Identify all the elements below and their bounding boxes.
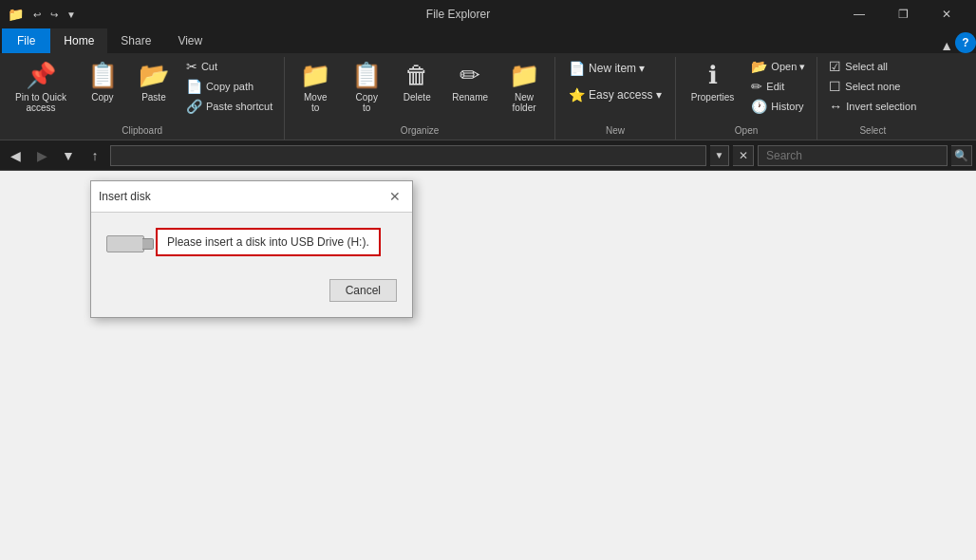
delete-button[interactable]: 🗑 Delete: [393, 57, 441, 106]
paste-shortcut-icon: 🔗: [186, 99, 202, 114]
pin-icon: 📌: [26, 61, 56, 90]
address-clear[interactable]: ✕: [733, 145, 754, 166]
close-button[interactable]: ✕: [925, 0, 968, 28]
history-label: History: [771, 101, 803, 112]
open-icon: 📂: [751, 59, 767, 74]
clipboard-group-content: 📌 Pin to Quickaccess 📋 Copy 📂 Paste ✂ Cu…: [6, 57, 278, 123]
address-dropdown[interactable]: ▼: [710, 145, 729, 166]
paste-shortcut-label: Paste shortcut: [206, 101, 272, 112]
properties-button[interactable]: ℹ Properties: [682, 57, 744, 106]
organize-group-content: 📁 Moveto 📋 Copyto 🗑 Delete ✏ Rename 📁 Ne…: [291, 57, 549, 123]
copy-to-label: Copyto: [356, 92, 378, 113]
open-group-content: ℹ Properties 📂 Open ▾ ✏ Edit 🕐 History: [682, 57, 812, 123]
copy-path-label: Copy path: [206, 81, 253, 92]
easy-access-button[interactable]: ⭐ Easy access ▾: [561, 84, 669, 106]
search-input[interactable]: [758, 145, 948, 166]
new-item-label: New item ▾: [589, 62, 645, 75]
recent-locations-btn[interactable]: ▼: [57, 144, 80, 167]
forward-button[interactable]: ▶: [30, 144, 53, 167]
invert-label: Invert selection: [846, 101, 916, 112]
dialog-footer: Cancel: [91, 271, 412, 317]
tab-view[interactable]: View: [164, 28, 216, 53]
paste-label: Paste: [141, 92, 166, 103]
back-button[interactable]: ◀: [4, 144, 27, 167]
organize-label: Organize: [291, 123, 549, 140]
copy-button[interactable]: 📋 Copy: [78, 57, 127, 106]
window-title: File Explorer: [84, 8, 832, 21]
cut-icon: ✂: [186, 59, 197, 74]
properties-icon: ℹ: [708, 61, 718, 90]
edit-icon: ✏: [751, 79, 762, 94]
ribbon-collapse-btn[interactable]: ▲: [940, 38, 953, 53]
select-label: Select: [823, 123, 922, 140]
paste-shortcut-button[interactable]: 🔗 Paste shortcut: [180, 97, 278, 116]
select-none-button[interactable]: ☐ Select none: [823, 77, 922, 96]
app-icon: 📁: [8, 7, 24, 22]
restore-button[interactable]: ❐: [881, 0, 925, 28]
clipboard-label: Clipboard: [6, 123, 278, 140]
new-folder-button[interactable]: 📁 Newfolder: [499, 57, 549, 117]
delete-label: Delete: [404, 92, 431, 103]
move-to-icon: 📁: [300, 61, 330, 90]
select-all-button[interactable]: ☑ Select all: [823, 57, 922, 76]
clipboard-group: 📌 Pin to Quickaccess 📋 Copy 📂 Paste ✂ Cu…: [0, 57, 285, 140]
ribbon: 📌 Pin to Quickaccess 📋 Copy 📂 Paste ✂ Cu…: [0, 53, 976, 140]
copy-icon: 📋: [87, 61, 118, 90]
cancel-button[interactable]: Cancel: [329, 279, 397, 302]
copy-path-button[interactable]: 📄 Copy path: [180, 77, 278, 96]
dialog-titlebar: Insert disk ✕: [91, 181, 412, 213]
clipboard-small-btns: ✂ Cut 📄 Copy path 🔗 Paste shortcut: [180, 57, 278, 116]
qs-btn-2[interactable]: ↪: [47, 7, 62, 22]
open-label: Open: [682, 123, 812, 140]
properties-label: Properties: [691, 92, 735, 103]
invert-selection-button[interactable]: ↔ Invert selection: [823, 97, 922, 116]
up-button[interactable]: ↑: [84, 144, 106, 167]
open-small-btns: 📂 Open ▾ ✏ Edit 🕐 History: [745, 57, 811, 116]
open-label: Open ▾: [771, 61, 805, 73]
select-none-icon: ☐: [829, 79, 841, 94]
new-label: New: [561, 123, 669, 140]
cut-button[interactable]: ✂ Cut: [180, 57, 278, 76]
select-all-icon: ☑: [829, 59, 841, 74]
move-to-button[interactable]: 📁 Moveto: [291, 57, 340, 117]
copy-to-button[interactable]: 📋 Copyto: [342, 57, 391, 117]
minimize-button[interactable]: —: [837, 0, 881, 28]
title-bar: 📁 ↩ ↪ ▼ File Explorer — ❐ ✕: [0, 0, 976, 28]
search-icon: 🔍: [951, 145, 972, 166]
move-to-label: Moveto: [304, 92, 327, 113]
paste-button[interactable]: 📂 Paste: [129, 57, 178, 106]
new-item-button[interactable]: 📄 New item ▾: [561, 57, 669, 80]
organize-group: 📁 Moveto 📋 Copyto 🗑 Delete ✏ Rename 📁 Ne…: [285, 57, 555, 140]
address-input[interactable]: [110, 145, 706, 166]
copy-path-icon: 📄: [186, 79, 202, 94]
tab-home[interactable]: Home: [50, 28, 107, 53]
delete-icon: 🗑: [404, 61, 429, 90]
dialog-body: Please insert a disk into USB Drive (H:)…: [91, 213, 412, 271]
rename-label: Rename: [452, 92, 488, 103]
help-button[interactable]: ?: [955, 32, 976, 53]
pin-to-quick-access-button[interactable]: 📌 Pin to Quickaccess: [6, 57, 76, 117]
open-button[interactable]: 📂 Open ▾: [745, 57, 811, 76]
quick-access-toolbar: ↩ ↪ ▼: [29, 7, 79, 22]
history-button[interactable]: 🕐 History: [745, 97, 811, 116]
rename-button[interactable]: ✏ Rename: [442, 57, 497, 106]
open-group: ℹ Properties 📂 Open ▾ ✏ Edit 🕐 History O…: [676, 57, 818, 140]
dialog-overlay: Insert disk ✕ Please insert a disk into …: [0, 171, 976, 560]
edit-button[interactable]: ✏ Edit: [745, 77, 811, 96]
select-all-label: Select all: [845, 61, 888, 72]
dialog-message: Please insert a disk into USB Drive (H:)…: [156, 228, 381, 256]
tab-file[interactable]: File: [2, 28, 50, 53]
copy-label: Copy: [91, 92, 113, 103]
qs-dropdown[interactable]: ▼: [64, 7, 79, 22]
pin-label: Pin to Quickaccess: [15, 92, 66, 113]
select-group: ☑ Select all ☐ Select none ↔ Invert sele…: [817, 57, 928, 140]
tab-share[interactable]: Share: [107, 28, 164, 53]
ribbon-tabs: File Home Share View ▲ ?: [0, 28, 976, 53]
easy-access-label: Easy access ▾: [589, 88, 662, 102]
copy-to-icon: 📋: [351, 61, 382, 90]
easy-access-icon: ⭐: [569, 87, 585, 103]
rename-icon: ✏: [460, 61, 480, 90]
qs-btn-1[interactable]: ↩: [29, 7, 45, 22]
dialog-close-button[interactable]: ✕: [385, 187, 404, 206]
new-item-icon: 📄: [569, 61, 585, 76]
